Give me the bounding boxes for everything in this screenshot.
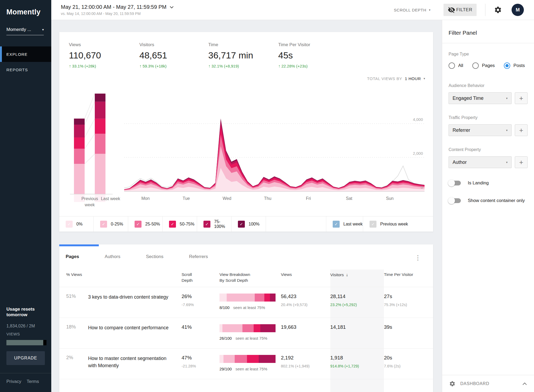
kebab-menu-icon[interactable]: ⋮ bbox=[415, 254, 421, 262]
legend-checkbox[interactable]: ✓ bbox=[66, 221, 73, 228]
radio-posts[interactable]: Posts bbox=[504, 62, 525, 69]
filter-panel: Filter Panel Page Type AllPagesPosts Aud… bbox=[442, 20, 534, 392]
add-content-filter-button[interactable]: + bbox=[515, 156, 528, 168]
radio-icon bbox=[472, 62, 479, 69]
views-delta: 20.4% (+9,573) bbox=[281, 303, 330, 307]
chevron-down-icon: ▾ bbox=[423, 77, 425, 80]
column-header-time-per-visitor: Time Per Visitor bbox=[384, 270, 433, 287]
content-property-value: Author bbox=[453, 160, 467, 165]
scroll-depth-value: 26% bbox=[182, 294, 219, 299]
date-range-picker[interactable]: May 21, 12:00:00 AM - May 27, 11:59:59 P… bbox=[61, 4, 174, 16]
stub-cell bbox=[182, 379, 219, 392]
settings-button[interactable] bbox=[494, 6, 502, 14]
minibar-segment bbox=[219, 355, 223, 363]
metric-card: Time36,717 min↑32.1% (+8,919) bbox=[208, 42, 278, 69]
overview-card: Views110,670↑33.1% (+28k)Visitors48,651↑… bbox=[59, 32, 433, 232]
dashboard-footer-label: DASHBOARD bbox=[460, 381, 489, 386]
table-row[interactable]: 18%How to compare content performance41%… bbox=[59, 318, 433, 348]
breakdown-note: seen at least 75% bbox=[235, 336, 267, 340]
tab-authors[interactable]: Authors bbox=[105, 254, 120, 259]
gear-icon bbox=[449, 381, 456, 387]
toggle-label: Show content container only bbox=[468, 198, 525, 203]
avatar[interactable]: M bbox=[512, 4, 524, 16]
views-cell: 56,42320.4% (+9,573) bbox=[281, 287, 330, 318]
visitors-cell: 28,11423.2% (+5,292) bbox=[330, 287, 384, 318]
minibar-segment bbox=[219, 324, 222, 332]
x-axis-day-label: Sat bbox=[337, 196, 361, 201]
chart-day-axis: MonTueWedThuFriSatSun bbox=[124, 196, 425, 202]
radio-all[interactable]: All bbox=[449, 62, 463, 69]
filter-toggle-button[interactable]: FILTER bbox=[443, 4, 477, 16]
minibar-segment bbox=[254, 324, 260, 332]
x-axis-day-label: Fri bbox=[296, 196, 320, 201]
site-selector-dropdown[interactable]: Momently ... ▾ bbox=[6, 27, 44, 35]
views-cell: 19,663 bbox=[281, 318, 330, 348]
toggle-switch[interactable] bbox=[449, 198, 461, 203]
table-row-clipped bbox=[59, 379, 433, 392]
legend-checkbox[interactable]: ✓ bbox=[238, 221, 245, 228]
metric-card: Time Per Visitor45s↑22.28% (+23s) bbox=[278, 42, 342, 69]
chart-interval-dropdown[interactable]: TOTAL VIEWS BY 1 HOUR ▾ bbox=[367, 76, 425, 81]
toggle-switch[interactable] bbox=[449, 181, 461, 185]
arrow-up-icon: ↑ bbox=[69, 64, 71, 68]
table-row[interactable]: 51%3 keys to data-driven content strateg… bbox=[59, 287, 433, 318]
sidebar-item-reports[interactable]: REPORTS bbox=[0, 62, 51, 77]
minibar-segment bbox=[255, 294, 264, 302]
column-header-view-breakdown: View Breakdown By Scroll Depth bbox=[219, 270, 281, 287]
eye-off-icon bbox=[448, 6, 455, 14]
stub-cell bbox=[88, 379, 182, 392]
radio-pages[interactable]: Pages bbox=[472, 62, 495, 69]
legend-checkbox[interactable]: ✓ bbox=[169, 221, 176, 228]
legend-checkbox[interactable]: ✓ bbox=[333, 221, 340, 228]
terms-link[interactable]: Terms bbox=[27, 379, 39, 384]
table-row[interactable]: 2%How to master content segmentation wit… bbox=[59, 348, 433, 379]
views-delta: 802.1% (+1,949) bbox=[281, 364, 330, 368]
metric-label: Views bbox=[69, 42, 139, 47]
visitors-value: 1,918 bbox=[330, 355, 384, 361]
legend-checkbox[interactable]: ✓ bbox=[203, 221, 210, 228]
legend-checkbox[interactable]: ✓ bbox=[100, 221, 107, 228]
privacy-link[interactable]: Privacy bbox=[6, 379, 21, 384]
page-type-radio-group: AllPagesPosts bbox=[449, 62, 528, 69]
content-property-select[interactable]: Author ▾ bbox=[449, 156, 512, 168]
legend-item-previous-week: ✓Previous week bbox=[363, 216, 433, 232]
traffic-property-select[interactable]: Referrer ▾ bbox=[449, 124, 512, 136]
overlay-metric-dropdown[interactable]: SCROLL DEPTH ▾ bbox=[394, 8, 431, 12]
upgrade-button[interactable]: UPGRADE bbox=[6, 351, 45, 365]
legend-checkbox[interactable]: ✓ bbox=[135, 221, 142, 228]
topbar: May 21, 12:00:00 AM - May 27, 11:59:59 P… bbox=[51, 0, 534, 20]
metric-label: Time bbox=[208, 42, 278, 47]
add-audience-filter-button[interactable]: + bbox=[515, 92, 528, 104]
minibar-segment bbox=[242, 324, 254, 332]
column-header-label: Time Per Visitor bbox=[384, 272, 413, 277]
minibar-segment bbox=[247, 355, 259, 363]
legend-checkbox[interactable]: ✓ bbox=[370, 221, 376, 228]
y-axis-tick: 2,000 bbox=[413, 151, 423, 156]
sort-desc-icon: ↓ bbox=[346, 272, 348, 277]
metric-delta-text: 33.1% (+28k) bbox=[72, 64, 96, 68]
minibar-segment bbox=[260, 324, 276, 332]
visitors-delta: 914.8% (+1,729) bbox=[330, 364, 384, 368]
pages-table-card: PagesAuthorsSectionsReferrers ⋮ % ViewsS… bbox=[59, 244, 433, 392]
chart-control-label: TOTAL VIEWS BY bbox=[367, 76, 402, 81]
column-header-label: Views bbox=[281, 272, 292, 277]
scroll-depth-minibar bbox=[219, 355, 276, 363]
visitors-cell: 14,181 bbox=[330, 318, 384, 348]
dashboard-footer-button[interactable]: DASHBOARD bbox=[442, 375, 534, 392]
usage-progress-bar bbox=[6, 340, 46, 345]
column-header-visitors[interactable]: Visitors↓ bbox=[330, 270, 384, 287]
radio-icon bbox=[449, 62, 455, 69]
add-traffic-filter-button[interactable]: + bbox=[515, 124, 528, 136]
scroll-depth-delta: -21.28% bbox=[182, 364, 219, 368]
sidebar-item-explore[interactable]: EXPLORE bbox=[0, 46, 51, 62]
site-selector-value: Momently ... bbox=[6, 27, 31, 32]
tab-pages[interactable]: Pages bbox=[66, 254, 79, 259]
arrow-up-icon: ↑ bbox=[139, 64, 142, 68]
scroll-depth-minibar bbox=[219, 324, 276, 332]
tab-referrers[interactable]: Referrers bbox=[189, 254, 208, 259]
scroll-depth-cell: 47%-21.28% bbox=[182, 349, 219, 379]
legend-item-0pct: ✓0% bbox=[59, 216, 94, 232]
tab-sections[interactable]: Sections bbox=[146, 254, 163, 259]
audience-behavior-select[interactable]: Engaged Time ▾ bbox=[449, 92, 512, 104]
scroll-depth-cell: 41% bbox=[182, 318, 219, 348]
